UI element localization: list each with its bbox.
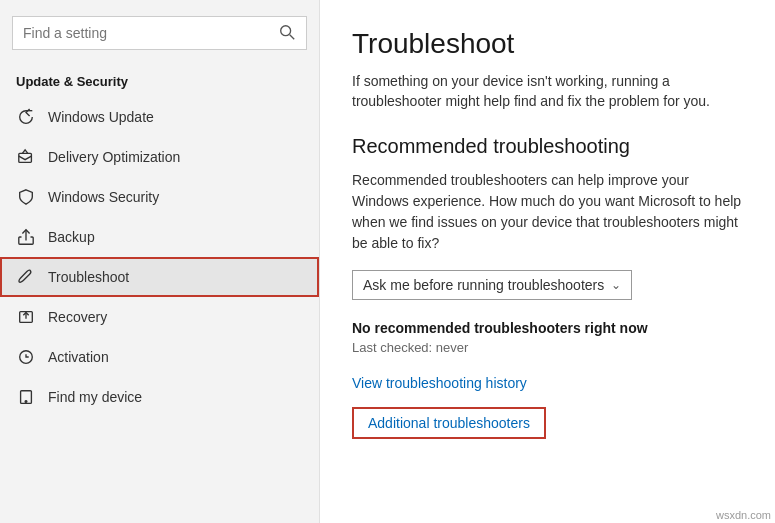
last-checked: Last checked: never [352, 340, 743, 355]
wrench-icon [16, 267, 36, 287]
sidebar-item-troubleshoot[interactable]: Troubleshoot [0, 257, 319, 297]
watermark: wsxdn.com [716, 509, 771, 521]
sidebar-item-windows-update[interactable]: Windows Update [0, 97, 319, 137]
troubleshoot-dropdown[interactable]: Ask me before running troubleshooters ⌄ [352, 270, 632, 300]
recommended-section-title: Recommended troubleshooting [352, 135, 743, 158]
sidebar-item-backup[interactable]: Backup [0, 217, 319, 257]
sidebar: Update & Security Windows Update [0, 0, 320, 523]
search-box[interactable] [12, 16, 307, 50]
sidebar-item-windows-security-label: Windows Security [48, 189, 307, 205]
view-history-link[interactable]: View troubleshooting history [352, 375, 527, 391]
recommended-section-description: Recommended troubleshooters can help imp… [352, 170, 743, 254]
delivery-icon [16, 147, 36, 167]
search-input[interactable] [23, 25, 278, 41]
activation-icon [16, 347, 36, 367]
svg-point-0 [281, 25, 291, 35]
sidebar-item-delivery-optimization[interactable]: Delivery Optimization [0, 137, 319, 177]
sidebar-item-windows-security[interactable]: Windows Security [0, 177, 319, 217]
settings-window: Update & Security Windows Update [0, 0, 775, 523]
sidebar-item-delivery-optimization-label: Delivery Optimization [48, 149, 307, 165]
page-description: If something on your device isn't workin… [352, 72, 743, 111]
main-content: Troubleshoot If something on your device… [320, 0, 775, 523]
sidebar-item-windows-update-label: Windows Update [48, 109, 307, 125]
sidebar-item-recovery-label: Recovery [48, 309, 307, 325]
sidebar-item-activation[interactable]: Activation [0, 337, 319, 377]
sidebar-item-find-my-device[interactable]: Find my device [0, 377, 319, 417]
sidebar-item-backup-label: Backup [48, 229, 307, 245]
svg-point-9 [25, 401, 27, 403]
backup-icon [16, 227, 36, 247]
search-icon [278, 23, 296, 44]
shield-icon [16, 187, 36, 207]
additional-troubleshooters-button[interactable]: Additional troubleshooters [352, 407, 546, 439]
recovery-icon [16, 307, 36, 327]
sidebar-item-troubleshoot-label: Troubleshoot [48, 269, 307, 285]
chevron-down-icon: ⌄ [611, 278, 621, 292]
section-header: Update & Security [0, 70, 319, 97]
page-title: Troubleshoot [352, 28, 743, 60]
content-area: Update & Security Windows Update [0, 0, 775, 523]
refresh-icon [16, 107, 36, 127]
sidebar-item-recovery[interactable]: Recovery [0, 297, 319, 337]
sidebar-item-activation-label: Activation [48, 349, 307, 365]
dropdown-value: Ask me before running troubleshooters [363, 277, 604, 293]
device-icon [16, 387, 36, 407]
status-text: No recommended troubleshooters right now [352, 320, 743, 336]
sidebar-item-find-my-device-label: Find my device [48, 389, 307, 405]
svg-line-1 [290, 34, 295, 39]
